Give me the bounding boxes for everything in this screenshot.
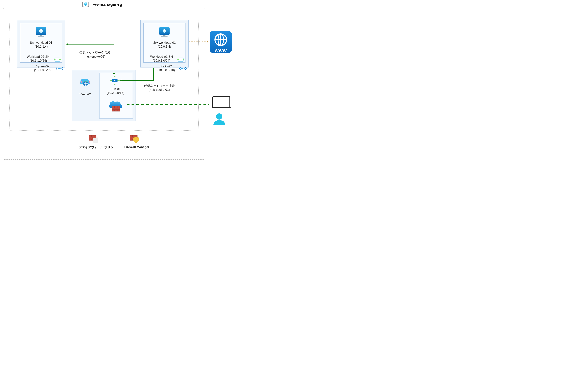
subnet-label-spoke01: Workload-01-SN (10.0.1.0/24) bbox=[147, 55, 176, 63]
www-text: WWW bbox=[210, 48, 232, 53]
svg-point-41 bbox=[114, 84, 115, 85]
diagram-svg: ‹ › ‹ › bbox=[0, 0, 250, 163]
vnet-icon-spoke02 bbox=[56, 67, 63, 70]
legend-fw-policy-icon bbox=[89, 135, 98, 143]
subnet-icon-spoke02: ‹ › bbox=[54, 58, 61, 61]
svg-rect-22 bbox=[161, 36, 168, 37]
svg-rect-57 bbox=[213, 97, 230, 107]
diagram-canvas: ‹ › ‹ › bbox=[0, 0, 250, 163]
resource-group-icon bbox=[83, 2, 89, 7]
svg-point-36 bbox=[81, 81, 82, 83]
svg-point-12 bbox=[54, 59, 56, 60]
svg-rect-7 bbox=[38, 36, 44, 37]
resource-group-title: Fw-manager-rg bbox=[92, 2, 122, 7]
vnet-icon-spoke01 bbox=[180, 67, 186, 70]
vm-name-spoke01: Srv-workload-01 (10.0.1.4) bbox=[149, 41, 180, 48]
subnet-icon-spoke01: ‹ › bbox=[177, 58, 184, 61]
svg-point-27 bbox=[177, 59, 179, 60]
subnet-label-spoke02: Workload-02-SN (10.1.1.0/24) bbox=[24, 55, 53, 63]
conn-label-01: 仮想ネットワーク接続 (hub-spoke-01) bbox=[140, 84, 178, 92]
svg-point-16 bbox=[59, 68, 60, 69]
vnet-label-spoke01: Spoke-01 (10.0.0.0/16) bbox=[154, 64, 178, 72]
user-icon bbox=[213, 113, 225, 125]
legend-fw-manager-icon bbox=[130, 135, 139, 143]
svg-rect-6 bbox=[40, 35, 42, 36]
svg-point-30 bbox=[181, 68, 182, 69]
svg-point-40 bbox=[114, 76, 115, 77]
svg-point-58 bbox=[216, 113, 222, 120]
svg-point-37 bbox=[88, 81, 90, 83]
svg-point-13 bbox=[59, 59, 61, 60]
svg-point-32 bbox=[184, 68, 185, 69]
svg-point-15 bbox=[58, 68, 59, 69]
svg-point-17 bbox=[61, 68, 62, 69]
svg-point-43 bbox=[118, 80, 120, 81]
svg-text:‹ ›: ‹ › bbox=[56, 59, 58, 61]
hub-label: Hub-01 (10.2.0.0/16) bbox=[105, 87, 126, 95]
svg-text:‹··›: ‹··› bbox=[114, 79, 116, 82]
legend-policy-label: ファイアウォール ポリシー bbox=[79, 145, 115, 149]
svg-rect-21 bbox=[163, 35, 166, 36]
laptop-icon bbox=[211, 97, 232, 108]
vm-name-spoke02: Srv-workload-01 (10.1.1.4) bbox=[26, 41, 57, 48]
svg-point-42 bbox=[110, 80, 111, 81]
svg-point-28 bbox=[183, 59, 184, 60]
legend-manager-label: Firewall Manager bbox=[122, 145, 151, 149]
svg-text:‹ ›: ‹ › bbox=[180, 59, 182, 61]
vnet-label-spoke02: Spoke-02 (10.1.0.0/16) bbox=[31, 64, 55, 72]
svg-point-31 bbox=[182, 68, 183, 69]
vwan-label: Vwan-01 bbox=[77, 92, 94, 96]
conn-label-02: 仮想ネットワーク接続 (hub-spoke-02) bbox=[76, 51, 114, 58]
